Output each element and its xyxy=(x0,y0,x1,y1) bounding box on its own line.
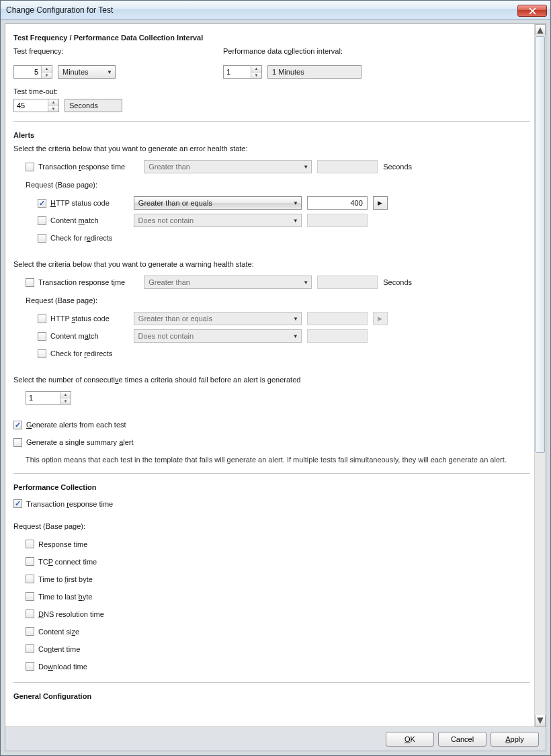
consecutive-spinner[interactable]: ▲▼ xyxy=(26,391,71,405)
divider xyxy=(13,682,530,683)
section-perf-title: Performance Collection xyxy=(13,483,530,491)
warn-http-checkbox[interactable]: HTTP status code xyxy=(38,314,110,323)
warn-content-match-checkbox[interactable]: Content match xyxy=(38,332,99,341)
alerts-error-desc: Select the criteria below that you want … xyxy=(13,144,530,153)
scroll-up-button[interactable]: ▲ xyxy=(535,24,546,36)
timeout-unit: Seconds xyxy=(65,99,122,112)
warn-http-op-select: Greater than or equals▼ xyxy=(134,312,302,325)
perf-req-label: Request (Base page): xyxy=(13,522,530,530)
chevron-down-icon: ▼ xyxy=(293,218,298,224)
timeout-spinner[interactable]: ▲▼ xyxy=(13,99,59,112)
section-alerts-title: Alerts xyxy=(13,131,530,139)
chevron-down-icon: ▼ xyxy=(293,333,298,339)
perf-response-time-checkbox[interactable]: Response time xyxy=(26,540,87,548)
scroll-thumb[interactable] xyxy=(536,36,545,453)
chevron-down-icon: ▼ xyxy=(293,200,298,206)
timeout-label: Test time-out: xyxy=(13,87,530,95)
warn-http-play-button: ▶ xyxy=(373,312,388,325)
chevron-down-icon: ▼ xyxy=(107,69,112,75)
chevron-down-icon: ▼ xyxy=(303,164,308,170)
vertical-scrollbar[interactable]: ▲ ▼ xyxy=(534,24,546,726)
spin-down-icon[interactable]: ▼ xyxy=(251,73,261,79)
dialog-window: Change Configuration for Test Test Frequ… xyxy=(0,0,551,756)
perf-ttfb-checkbox[interactable]: Time to first byte xyxy=(26,575,93,583)
error-cm-op-select: Does not contain▼ xyxy=(134,214,302,227)
spin-up-icon[interactable]: ▲ xyxy=(42,66,52,73)
chevron-down-icon: ▼ xyxy=(303,280,308,286)
perf-trt-checkbox[interactable]: Transaction response time xyxy=(13,499,113,508)
cancel-button[interactable]: Cancel xyxy=(438,732,486,747)
generate-each-checkbox[interactable]: Generate alerts from each test xyxy=(13,421,126,429)
timeout-value[interactable] xyxy=(14,99,48,112)
section-frequency-title: Test Frequency / Performance Data Collec… xyxy=(13,34,530,42)
interval-display: 1 Minutes xyxy=(267,65,362,79)
alerts-warn-desc: Select the criteria below that you want … xyxy=(13,260,530,268)
spin-down-icon[interactable]: ▼ xyxy=(42,73,52,79)
perf-dns-checkbox[interactable]: DNS resolution time xyxy=(26,610,104,618)
error-redirects-checkbox[interactable]: Check for redirects xyxy=(38,234,112,243)
scroll-down-button[interactable]: ▼ xyxy=(535,715,546,726)
section-general-title: General Configuration xyxy=(13,692,530,700)
error-http-checkbox[interactable]: HTTP status code xyxy=(38,199,110,208)
apply-button[interactable]: Apply xyxy=(491,732,539,747)
error-http-op-select[interactable]: Greater than or equals▼ xyxy=(134,196,302,210)
test-frequency-spinner[interactable]: ▲▼ xyxy=(13,65,52,79)
consecutive-desc: Select the number of consecutive times a… xyxy=(13,376,530,384)
spin-down-icon[interactable]: ▼ xyxy=(60,398,71,405)
content: Test Frequency / Performance Data Collec… xyxy=(5,24,534,726)
warn-cm-op-select: Does not contain▼ xyxy=(134,329,302,343)
error-cm-value xyxy=(307,214,368,227)
seconds-label: Seconds xyxy=(383,163,412,171)
test-frequency-value[interactable] xyxy=(14,66,41,78)
request-base-label-warn: Request (Base page): xyxy=(26,296,530,304)
warn-http-value xyxy=(307,312,368,325)
error-trt-op-select: Greater than▼ xyxy=(144,160,312,173)
spin-up-icon[interactable]: ▲ xyxy=(251,66,261,73)
warn-cm-value xyxy=(307,329,368,343)
spin-up-icon[interactable]: ▲ xyxy=(60,392,71,398)
ok-button[interactable]: OK xyxy=(386,732,434,747)
content-panel: Test Frequency / Performance Data Collec… xyxy=(5,24,546,751)
warn-trt-value xyxy=(317,276,378,289)
warn-redirects-checkbox[interactable]: Check for redirects xyxy=(38,349,112,358)
test-frequency-unit-select[interactable]: Minutes▼ xyxy=(58,65,116,79)
error-http-play-button[interactable]: ▶ xyxy=(373,196,388,210)
warn-trt-op-select: Greater than▼ xyxy=(144,276,312,289)
generate-note: This option means that each test in the … xyxy=(26,455,523,465)
chevron-down-icon: ▼ xyxy=(293,316,298,322)
spin-up-icon[interactable]: ▲ xyxy=(48,99,58,106)
divider xyxy=(13,121,530,122)
spin-down-icon[interactable]: ▼ xyxy=(48,106,58,112)
error-trt-checkbox[interactable]: Transaction response time xyxy=(26,163,125,171)
error-content-match-checkbox[interactable]: Content match xyxy=(38,216,99,225)
interval-spinner[interactable]: ▲▼ xyxy=(223,65,262,79)
generate-summary-checkbox[interactable]: Generate a single summary alert xyxy=(13,438,134,447)
error-trt-value xyxy=(317,160,378,173)
perf-download-time-checkbox[interactable]: Download time xyxy=(26,662,87,671)
perf-tcp-checkbox[interactable]: TCP connect time xyxy=(26,557,97,566)
seconds-label: Seconds xyxy=(383,278,412,286)
divider xyxy=(13,473,530,474)
scroll-wrap: Test Frequency / Performance Data Collec… xyxy=(5,24,546,726)
perf-content-size-checkbox[interactable]: Content size xyxy=(26,627,79,636)
button-bar: OK Cancel Apply xyxy=(5,726,546,751)
request-base-label: Request (Base page): xyxy=(26,181,530,189)
consecutive-value[interactable] xyxy=(26,392,60,404)
perf-content-time-checkbox[interactable]: Content time xyxy=(26,644,80,653)
interval-value[interactable] xyxy=(224,66,251,78)
close-icon xyxy=(529,7,536,15)
interval-label: Performance data collection interval: xyxy=(223,47,362,55)
close-button[interactable] xyxy=(517,5,547,17)
perf-ttlb-checkbox[interactable]: Time to last byte xyxy=(26,592,92,601)
test-frequency-label: Test frequency: xyxy=(13,47,116,55)
warn-trt-checkbox[interactable]: Transaction response time xyxy=(26,278,125,287)
window-title: Change Configuration for Test xyxy=(6,5,113,15)
error-http-value[interactable]: 400 xyxy=(307,196,368,210)
titlebar: Change Configuration for Test xyxy=(1,1,550,19)
